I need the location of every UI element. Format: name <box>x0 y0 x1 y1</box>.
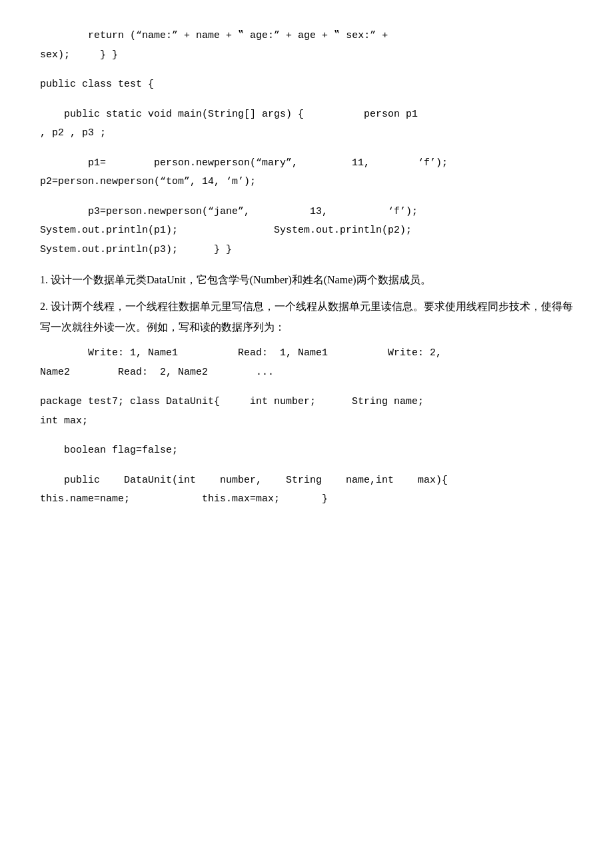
code-text-5: p3=person.newperson(“jane”, 13, ‘f’); Sy… <box>40 203 573 260</box>
code-text-6: package test7; class DataUnit{ int numbe… <box>40 393 573 431</box>
question-1: 1. 设计一个数据单元类DataUnit，它包含学号(Number)和姓名(Na… <box>40 270 573 290</box>
code-block-8: public DataUnit(int number, String name,… <box>40 471 573 509</box>
code-block-7: boolean flag=false; <box>40 441 573 461</box>
main-content: return (“name:” + name + ‟ age:” + age +… <box>40 27 573 509</box>
code-block-4: p1= person.newperson(“mary”, 11, ‘f’); p… <box>40 154 573 192</box>
code-block-1: return (“name:” + name + ‟ age:” + age +… <box>40 27 573 65</box>
code-block-6: package test7; class DataUnit{ int numbe… <box>40 393 573 431</box>
code-block-5: p3=person.newperson(“jane”, 13, ‘f’); Sy… <box>40 203 573 260</box>
code-text-3: public static void main(String[] args) {… <box>40 105 573 143</box>
code-block-3: public static void main(String[] args) {… <box>40 105 573 143</box>
example-text: Write: 1, Name1 Read: 1, Name1 Write: 2,… <box>40 344 573 382</box>
code-text-8: public DataUnit(int number, String name,… <box>40 471 573 509</box>
code-text-2: public class test { <box>40 75 573 95</box>
example-block: Write: 1, Name1 Read: 1, Name1 Write: 2,… <box>40 344 573 382</box>
code-block-2: public class test { <box>40 75 573 95</box>
code-text-7: boolean flag=false; <box>40 441 573 461</box>
code-text-4: p1= person.newperson(“mary”, 11, ‘f’); p… <box>40 154 573 192</box>
code-text-1: return (“name:” + name + ‟ age:” + age +… <box>40 27 573 65</box>
question-2: 2. 设计两个线程，一个线程往数据单元里写信息，一个线程从数据单元里读信息。要求… <box>40 297 573 337</box>
text-block-1: 1. 设计一个数据单元类DataUnit，它包含学号(Number)和姓名(Na… <box>40 270 573 290</box>
text-block-2: 2. 设计两个线程，一个线程往数据单元里写信息，一个线程从数据单元里读信息。要求… <box>40 297 573 337</box>
